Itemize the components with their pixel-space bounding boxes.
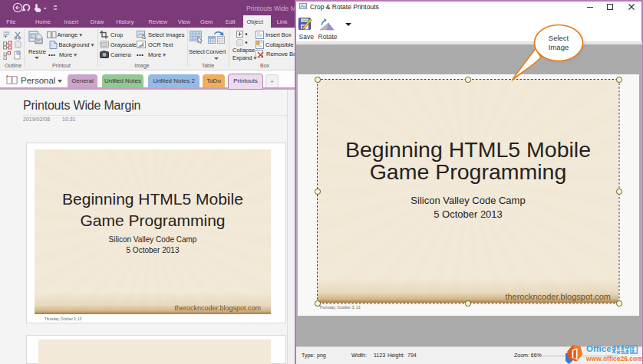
- svg-text:A: A: [141, 43, 144, 48]
- svg-text:Select: Select: [549, 34, 569, 42]
- svg-text:Image: Image: [549, 43, 569, 51]
